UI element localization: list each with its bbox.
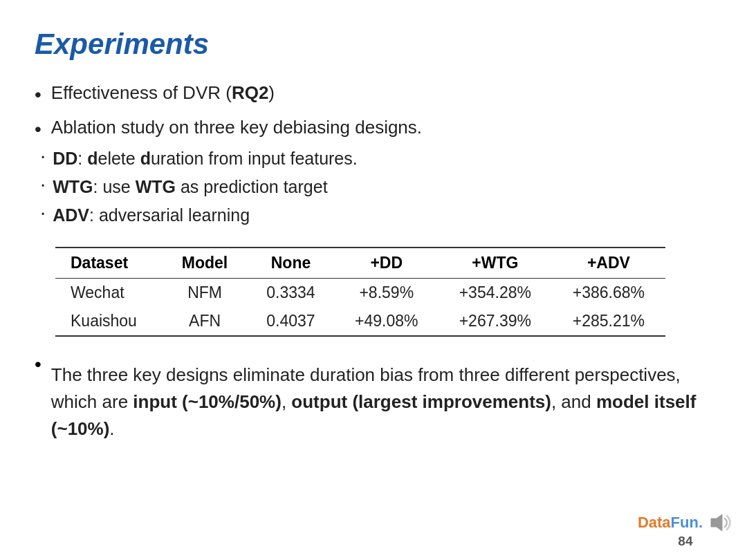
sub-bullet-wtg: • WTG: use WTG as prediction target [42,175,358,199]
sub-bullet-list: • DD: delete duration from input feature… [42,147,358,232]
sub-dot-1: • [42,152,44,164]
cell-kuaishou-model: AFN [163,307,247,336]
results-table: Dataset Model None +DD +WTG +ADV Wechat … [55,247,665,337]
logo-data: Data [638,514,671,531]
table-header-row: Dataset Model None +DD +WTG +ADV [55,248,665,279]
main-bullet-list: • Effectiveness of DVR (RQ2) • Ablation … [35,80,712,232]
logo-row: DataFun. [638,512,733,534]
table-row: Wechat NFM 0.3334 +8.59% +354.28% +386.6… [55,279,665,308]
col-header-adv: +ADV [552,248,665,279]
input-bold: input (~10%/50%) [133,391,282,412]
sub-bullet-dd: • DD: delete duration from input feature… [42,147,358,171]
speaker-icon [707,512,733,534]
last-bullet-dot: • [35,353,42,375]
cell-wechat-adv: +386.68% [552,279,665,308]
col-header-wtg: +WTG [439,248,552,279]
logo-fun: Fun. [671,514,703,531]
bullet-dot-2: • [35,115,42,142]
cell-kuaishou-adv: +285.21% [552,307,665,336]
sub-text-adv: ADV: adversarial learning [53,203,250,227]
sub-text-wtg: WTG: use WTG as prediction target [53,175,327,199]
output-bold: output (largest improvements) [291,391,551,412]
col-header-dd: +DD [335,248,439,279]
svg-marker-0 [711,514,722,531]
last-bullet-text: The three key designs eliminate duration… [51,362,712,442]
cell-wechat-dataset: Wechat [55,279,163,308]
logo-wrapper: DataFun. 84 [638,512,733,549]
slide-title: Experiments [35,28,712,61]
table-wrapper: Dataset Model None +DD +WTG +ADV Wechat … [35,247,712,337]
col-header-model: Model [163,248,247,279]
rq2-bold: RQ2 [232,82,268,103]
logo-text: DataFun. [638,514,703,532]
cell-kuaishou-dataset: Kuaishou [55,307,163,336]
sub-bullet-adv: • ADV: adversarial learning [42,203,358,227]
page-number: 84 [678,534,692,549]
cell-wechat-none: 0.3334 [247,279,335,308]
bullet-item-2: • Ablation study on three key debiasing … [35,115,712,232]
cell-wechat-wtg: +354.28% [439,279,552,308]
bullet-dot-1: • [35,81,42,108]
cell-kuaishou-wtg: +267.39% [439,307,552,336]
cell-kuaishou-dd: +49.08% [335,307,439,336]
last-bullet-container: • The three key designs eliminate durati… [35,352,712,442]
bullet-item-1: • Effectiveness of DVR (RQ2) [35,80,712,108]
slide: Experiments • Effectiveness of DVR (RQ2)… [0,0,747,560]
table-row: Kuaishou AFN 0.4037 +49.08% +267.39% +28… [55,307,665,336]
bullet-text-2: Ablation study on three key debiasing de… [51,115,422,140]
col-header-none: None [247,248,335,279]
cell-wechat-dd: +8.59% [335,279,439,308]
cell-wechat-model: NFM [163,279,247,308]
sub-dot-3: • [42,209,44,221]
bullet-text-1: Effectiveness of DVR (RQ2) [51,80,275,105]
cell-kuaishou-none: 0.4037 [247,307,335,336]
sub-text-dd: DD: delete duration from input features. [53,147,358,171]
sub-dot-2: • [42,180,44,192]
col-header-dataset: Dataset [55,248,163,279]
